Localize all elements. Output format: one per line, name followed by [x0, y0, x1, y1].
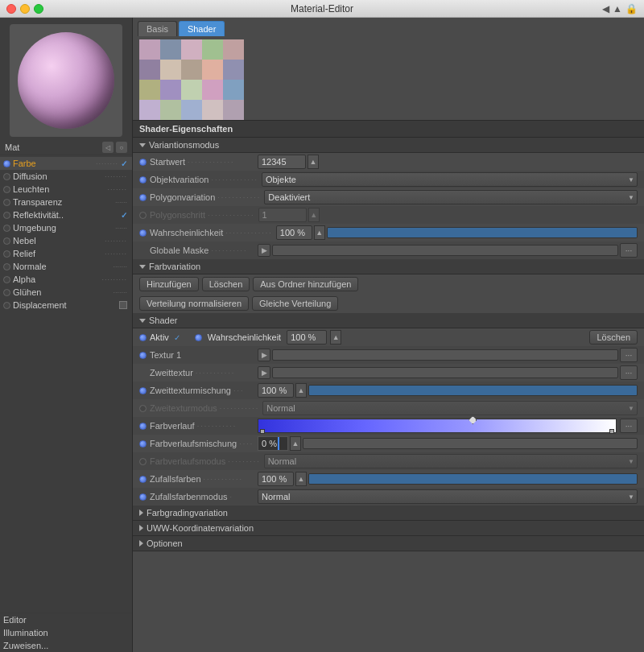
verteilung-button[interactable]: Verteilung normalisieren [139, 296, 249, 311]
slider-wahrscheinlichkeit[interactable] [327, 227, 638, 238]
sidebar-item-relief[interactable]: Relief ········ [0, 247, 132, 260]
zweittextur-arrow[interactable]: ▶ [258, 366, 270, 379]
radio-wahrscheinlichkeit[interactable] [139, 229, 147, 237]
stepper-zweittexturmischung[interactable]: ▲ [295, 383, 307, 398]
gradient-handle-right[interactable] [609, 429, 614, 434]
subsection-optionen[interactable]: Optionen [133, 536, 644, 551]
stepper-zufallsfarben[interactable]: ▲ [295, 472, 307, 486]
input-polygonschritt[interactable] [258, 208, 307, 222]
slider-fill-zufallsfarben [309, 474, 637, 484]
label-textur1: Textur 1 [150, 350, 254, 360]
loeschen2-button[interactable]: Löschen [589, 330, 638, 345]
stepper-startwert-up[interactable]: ▲ [308, 155, 319, 169]
sidebar-item-diffusion[interactable]: Diffusion ········ [0, 170, 132, 183]
slider-zweittexturmischung[interactable] [308, 385, 638, 396]
sidebar-item-nebel[interactable]: Nebel ········ [0, 234, 132, 247]
radio-wahrscheinlichkeit2[interactable] [195, 334, 202, 341]
mat-icon-left[interactable]: ◁ [102, 142, 114, 153]
hinzufuegen-button[interactable]: Hinzufügen [139, 277, 199, 291]
radio-zweittexturmischung[interactable] [139, 387, 147, 394]
sidebar-item-illumination[interactable]: Illumination [0, 626, 132, 639]
radio-farbverlaufmodus[interactable] [139, 458, 147, 465]
slider-textur1[interactable] [272, 349, 618, 361]
radio-objektvariation[interactable] [139, 176, 147, 184]
sidebar-item-transparenz[interactable]: Transparenz ······ [0, 196, 132, 208]
radio-aktiv[interactable] [139, 334, 147, 341]
sidebar-item-displacement[interactable]: Displacement [0, 299, 132, 312]
input-wahrscheinlichkeit2[interactable]: 100 % [287, 330, 327, 345]
label-wahrscheinlichkeit2: Wahrscheinlichkeit [208, 332, 281, 342]
dropdown-zufallsfarbenmodus[interactable]: Normal ▼ [258, 489, 638, 504]
radio-farbverlaufmischung[interactable] [139, 440, 147, 448]
gradient-handle-left[interactable] [260, 429, 265, 434]
mat-icon-right[interactable]: ○ [116, 142, 127, 153]
material-preview[interactable] [10, 24, 122, 137]
stepper-farbverlaufmischung[interactable]: ▲ [290, 436, 301, 451]
back-icon[interactable]: ◀ [602, 3, 609, 14]
loeschen-button[interactable]: Löschen [202, 277, 250, 291]
section-header-main: Shader-Eigenschaften [133, 120, 644, 138]
gleiche-button[interactable]: Gleiche Verteilung [252, 296, 338, 311]
input-zweittexturmischung[interactable]: 100 % [258, 383, 294, 398]
stepper-wahrscheinlichkeit2[interactable]: ▲ [330, 330, 341, 345]
value-zufallsfarben: 100 % ▲ [258, 472, 638, 486]
sidebar-item-alpha[interactable]: Alpha ········· [0, 273, 132, 286]
slider-zweittextur[interactable] [272, 367, 618, 378]
sidebar-item-umgebung[interactable]: Umgebung ······ [0, 221, 132, 234]
radio-farbverlauf[interactable] [139, 423, 147, 430]
stepper-polygonschritt[interactable]: ▲ [308, 208, 320, 222]
subsection-farbgradingvariation[interactable]: Farbgradingvariation [133, 506, 644, 521]
slider-globale-maske[interactable] [272, 245, 618, 256]
tab-shader[interactable]: Shader [179, 21, 225, 36]
gradient-bar-farbverlauf[interactable] [258, 419, 617, 433]
sidebar-item-glühen[interactable]: Glühen ······· [0, 286, 132, 299]
subsection-uww[interactable]: UWW-Koordinatenvariation [133, 521, 644, 536]
input-zufallsfarben[interactable]: 100 % [258, 472, 294, 486]
si-radio-umgebung [3, 225, 10, 232]
prop-row-zufallsfarben: Zufallsfarben ··········· 100 % ▲ [133, 470, 644, 488]
radio-zweittexturmodus[interactable] [139, 405, 147, 412]
ellipsis-farbverlauf[interactable]: ··· [620, 419, 638, 433]
gradient-handle-mid[interactable] [469, 416, 477, 424]
dropdown-objektvariation[interactable]: Objekte ▼ [262, 172, 638, 187]
aus-ordner-button[interactable]: Aus Ordner hinzufügen [253, 277, 358, 291]
subsection-farbvariation[interactable]: Farbvariation [133, 259, 644, 274]
input-startwert[interactable] [258, 155, 306, 169]
tab-basis[interactable]: Basis [138, 21, 177, 36]
minimize-button[interactable] [20, 4, 30, 14]
radio-zufallsfarbenmodus[interactable] [139, 493, 147, 501]
input-farbverlaufmischung[interactable]: 0 % [258, 436, 288, 451]
input-wahrscheinlichkeit[interactable]: 100 % [276, 225, 312, 240]
radio-textur1[interactable] [139, 352, 147, 359]
radio-polygonschritt[interactable] [139, 212, 147, 219]
shader-preview[interactable] [139, 39, 244, 120]
forward-icon[interactable]: ▲ [613, 3, 622, 14]
lock-icon[interactable]: 🔒 [625, 3, 638, 14]
maximize-button[interactable] [34, 4, 43, 14]
ellipsis-textur1[interactable]: ··· [620, 348, 638, 362]
subsection-variantionsmodus[interactable]: Variantionsmodus [133, 138, 644, 153]
subsection-shader[interactable]: Shader [133, 313, 644, 328]
radio-zufallsfarben[interactable] [139, 476, 147, 483]
sidebar-item-editor[interactable]: Editor [0, 613, 132, 626]
subsection-label-shader: Shader [149, 316, 177, 325]
sidebar-item-farbe[interactable]: Farbe ········ ✓ [0, 157, 132, 170]
slider-zufallsfarben[interactable] [308, 473, 638, 485]
radio-polygonvariation[interactable] [139, 194, 147, 201]
sidebar-item-normale[interactable]: Normale ······· [0, 260, 132, 273]
stepper-wahrscheinlichkeit[interactable]: ▲ [314, 225, 325, 240]
textur1-arrow[interactable]: ▶ [258, 349, 270, 361]
dropdown-polygonvariation[interactable]: Deaktiviert ▼ [264, 190, 638, 204]
sidebar-item-zuweisen[interactable]: Zuweisen... [0, 639, 132, 652]
ellipsis-globale-maske[interactable]: ··· [620, 243, 638, 258]
slider-farbverlaufmischung[interactable] [303, 438, 638, 449]
sidebar-item-reflektivitaet[interactable]: Reflektivität.. ✓ [0, 208, 132, 221]
globale-maske-arrow[interactable]: ▶ [258, 244, 270, 257]
ellipsis-zweittextur[interactable]: ··· [620, 365, 638, 380]
sidebar-item-leuchten[interactable]: Leuchten ······· [0, 183, 132, 196]
radio-startwert[interactable] [139, 159, 147, 166]
dropdown-farbverlaufmodus[interactable]: Normal ▼ [264, 454, 638, 468]
close-button[interactable] [6, 4, 16, 14]
dropdown-zweittexturmodus[interactable]: Normal ▼ [262, 401, 638, 415]
si-label-displacement: Displacement [13, 300, 117, 310]
